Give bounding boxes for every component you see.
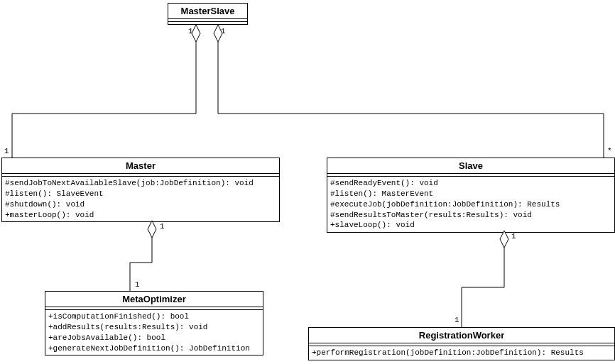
multiplicity: * [607,147,612,155]
operation: +isComputationFinished(): bool [48,311,260,322]
class-master: Master #sendJobToNextAvailableSlave(job:… [1,158,280,222]
relationship-line [462,248,504,327]
relationship-line [12,42,196,158]
relationship-line [218,42,604,158]
class-slave: Slave #sendReadyEvent(): void #listen():… [327,158,615,233]
multiplicity: 1 [160,222,165,231]
class-registrationworker: RegistrationWorker +performRegistration(… [308,327,615,360]
op-section: +performRegistration(jobDefinition:JobDe… [309,346,614,360]
operation: +performRegistration(jobDefinition:JobDe… [312,348,611,358]
operation: +masterLoop(): void [5,210,276,221]
operation: #shutdown(): void [5,199,276,210]
class-name: MetaOptimizer [45,292,263,307]
operation: #executeJob(jobDefinition:JobDefinition)… [330,199,611,210]
multiplicity: 1 [4,147,9,155]
multiplicity: 1 [221,27,226,35]
operation: +slaveLoop(): void [330,220,611,231]
class-name: RegistrationWorker [309,328,614,343]
class-masterslave: MasterSlave [168,3,248,25]
operation: +addResults(results:Results): void [48,322,260,333]
class-name: Slave [327,158,614,174]
class-metaoptimizer: MetaOptimizer +isComputationFinished(): … [45,291,263,355]
operation: +areJobsAvailable(): bool [48,333,260,343]
aggregation-diamond [148,221,156,238]
aggregation-diamond [500,231,508,248]
operation: #sendResultsToMaster(results:Results): v… [330,210,611,221]
operation: #sendJobToNextAvailableSlave(job:JobDefi… [5,178,276,189]
operation: #sendReadyEvent(): void [330,178,611,189]
op-section [168,22,247,24]
multiplicity: 1 [188,27,193,35]
multiplicity: 1 [135,280,140,289]
multiplicity: 1 [511,232,516,241]
operation: #listen(): SlaveEvent [5,189,276,199]
op-section: #sendReadyEvent(): void #listen(): Maste… [327,177,614,232]
operation: +generateNextJobDefinition(): JobDefinit… [48,343,260,354]
operation: #listen(): MasterEvent [330,189,611,199]
relationship-line [130,238,152,291]
class-name: Master [2,158,279,174]
op-section: +isComputationFinished(): bool +addResul… [45,310,263,355]
op-section: #sendJobToNextAvailableSlave(job:JobDefi… [2,177,279,221]
class-name: MasterSlave [168,4,247,19]
multiplicity: 1 [455,316,459,324]
